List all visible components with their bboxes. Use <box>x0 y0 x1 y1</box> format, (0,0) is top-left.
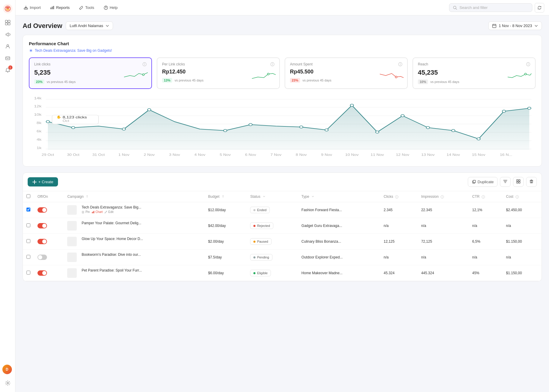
row-checkbox[interactable] <box>26 208 30 211</box>
metric-amount-spent[interactable]: Amount Spent Rp45.500 23% vs previous 45… <box>285 57 408 89</box>
svg-rect-85 <box>530 181 533 183</box>
header-type[interactable]: Type <box>298 191 380 202</box>
svg-rect-83 <box>517 182 518 183</box>
metric-reach[interactable]: Reach 45,235 10% vs previous 45 days <box>412 57 536 89</box>
row-checkbox[interactable] <box>26 255 30 259</box>
campaign-thumbnail <box>67 221 77 231</box>
table-body: Tech Deals Extravaganza: Save Big... Pin… <box>23 202 542 281</box>
row-ctr: n/a <box>469 218 503 234</box>
row-toggle[interactable] <box>37 270 47 276</box>
page-content: Ad Overview Lutfi Andri Nalamas 1 Nov - … <box>15 15 549 392</box>
sparkline-reach <box>508 71 531 80</box>
sidebar-users-icon[interactable] <box>2 41 13 52</box>
status-badge-paused[interactable]: Paused <box>250 238 271 245</box>
header-ctr[interactable]: CTR <box>469 191 503 202</box>
campaign-thumbnail <box>67 237 77 246</box>
sidebar-bell-icon[interactable]: 1 <box>2 65 13 76</box>
row-checkbox-cell[interactable] <box>23 202 34 218</box>
nav-tools[interactable]: Tools <box>76 4 98 12</box>
svg-point-19 <box>142 74 144 76</box>
row-toggle[interactable] <box>37 239 47 244</box>
header-budget[interactable]: Budget <box>205 191 247 202</box>
campaign-thumbnail <box>67 253 77 262</box>
svg-point-17 <box>30 50 32 51</box>
grid-button[interactable] <box>513 177 524 187</box>
row-budget: $12.00/day <box>205 202 247 218</box>
row-checkbox-cell[interactable] <box>23 250 34 265</box>
svg-point-23 <box>395 76 397 78</box>
status-badge-eligible[interactable]: Eligible <box>250 270 271 276</box>
nav-reports[interactable]: Reports <box>47 4 73 12</box>
pin-link[interactable]: Pin <box>81 210 90 214</box>
row-checkbox-cell[interactable] <box>23 218 34 234</box>
row-budget: $42.00/day <box>205 218 247 234</box>
header-status[interactable]: Status <box>247 191 298 202</box>
svg-text:4k: 4k <box>37 138 42 141</box>
row-checkbox[interactable] <box>26 223 30 227</box>
account-selector[interactable]: Lutfi Andri Nalamas <box>66 21 113 30</box>
main-content: Import Reports Tools Help Search and fil… <box>15 0 549 392</box>
chart-subtitle: Tech Deals Extravaganza: Save Big on Gad… <box>29 48 536 53</box>
delete-button[interactable] <box>526 177 537 187</box>
row-clicks: 45.324 <box>380 265 418 281</box>
status-dot <box>253 209 255 211</box>
metric-link-clicks[interactable]: Link clicks 5,235 23% vs previous 45 day… <box>29 57 152 89</box>
refresh-button[interactable] <box>535 3 544 12</box>
svg-rect-10 <box>52 7 53 9</box>
sidebar-layout-icon[interactable] <box>2 17 13 28</box>
svg-text:2 Nov: 2 Nov <box>144 153 155 156</box>
row-toggle-cell[interactable] <box>34 218 64 234</box>
date-range-selector[interactable]: 1 Nov - 8 Nov 2023 <box>488 21 542 30</box>
row-clicks: n/a <box>380 250 418 265</box>
svg-point-45 <box>249 123 252 126</box>
select-all-checkbox[interactable] <box>26 194 30 198</box>
sidebar-bottom: D <box>2 365 13 388</box>
header-cost[interactable]: Cost <box>503 191 542 202</box>
sidebar-megaphone-icon[interactable] <box>2 29 13 40</box>
row-toggle-cell[interactable] <box>34 250 64 265</box>
metric-per-link-clicks[interactable]: Per Link clicks Rp12.450 13% vs previous… <box>157 57 280 89</box>
nav-help[interactable]: Help <box>100 4 121 12</box>
row-clicks: n/a <box>380 218 418 234</box>
sidebar-inbox-icon[interactable] <box>2 53 13 64</box>
row-checkbox[interactable] <box>26 239 30 243</box>
svg-point-53 <box>477 138 480 140</box>
edit-link[interactable]: Edit <box>104 210 113 214</box>
status-badge-pending[interactable]: Pending <box>250 254 272 261</box>
row-toggle-cell[interactable] <box>34 202 64 218</box>
create-button[interactable]: + Create <box>28 177 58 186</box>
nav-import[interactable]: Import <box>20 4 44 12</box>
filter-button[interactable] <box>500 177 511 187</box>
row-toggle-cell[interactable] <box>34 265 64 281</box>
duplicate-button[interactable]: Duplicate <box>468 177 498 187</box>
user-avatar[interactable]: D <box>2 365 12 374</box>
row-toggle[interactable] <box>37 207 47 213</box>
row-ctr: 6,5% <box>469 234 503 250</box>
header-impression[interactable]: Impression <box>418 191 469 202</box>
app-logo[interactable] <box>3 4 13 14</box>
header-campaign[interactable]: Campaign <box>64 191 204 202</box>
campaigns-table: Off/On Campaign Budget Status <box>23 191 542 281</box>
row-checkbox[interactable] <box>26 271 30 275</box>
row-status: Ended <box>247 202 298 218</box>
svg-rect-80 <box>473 180 476 183</box>
row-toggle[interactable] <box>37 255 47 260</box>
header-clicks[interactable]: Clicks <box>380 191 418 202</box>
row-checkbox-cell[interactable] <box>23 265 34 281</box>
table-actions: Duplicate <box>468 177 537 187</box>
svg-text:7 Nov: 7 Nov <box>270 153 282 156</box>
metric-badge-reach: 10% <box>418 79 428 84</box>
settings-icon[interactable] <box>2 378 13 388</box>
search-input[interactable]: Search and filter <box>449 3 532 12</box>
chart-link[interactable]: Chart <box>92 210 103 214</box>
svg-text:29 Oct: 29 Oct <box>42 153 54 156</box>
chart-svg: 14k 12k 10k 8k 6k 4k 1k <box>29 95 536 160</box>
search-area: Search and filter <box>449 3 544 12</box>
status-badge-rejected[interactable]: Rejected <box>250 222 273 229</box>
row-toggle[interactable] <box>37 223 47 228</box>
status-badge-ended[interactable]: Ended <box>250 207 270 213</box>
row-toggle-cell[interactable] <box>34 234 64 250</box>
row-checkbox-cell[interactable] <box>23 234 34 250</box>
table-row: Pet Parent Paradise: Spoil Your Furr... … <box>23 265 542 281</box>
header-checkbox[interactable] <box>23 191 34 202</box>
